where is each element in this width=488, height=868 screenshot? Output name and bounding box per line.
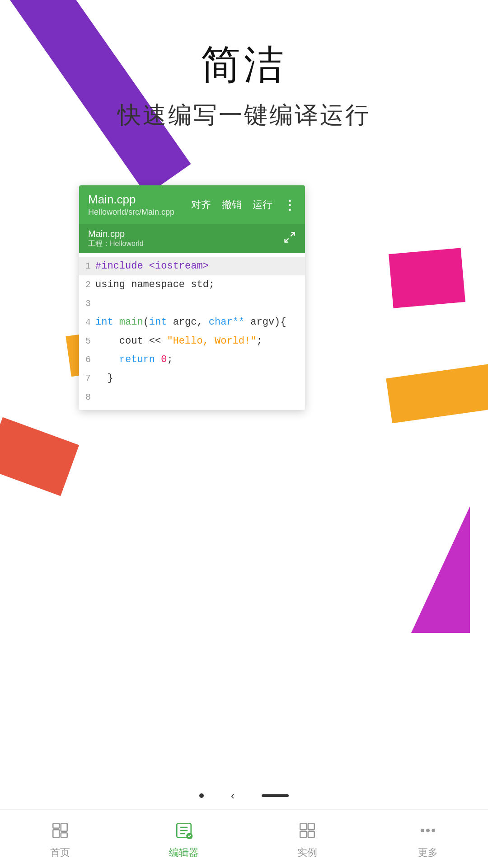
deco-pink-rect <box>389 248 465 308</box>
code-line-4: 4 int main(int argc, char** argv){ <box>79 313 305 331</box>
sys-dot <box>199 793 204 798</box>
run-button[interactable]: 运行 <box>253 198 272 212</box>
code-line-3: 3 <box>79 294 305 313</box>
editor-toolbar: Main.cpp Helloworld/src/Main.cpp 对齐 撤销 运… <box>79 185 305 224</box>
editor-toolbar-actions: 对齐 撤销 运行 ⋮ <box>191 198 296 212</box>
bottom-nav: 首页 编辑器 实例 <box>0 809 488 868</box>
svg-line-1 <box>285 238 289 242</box>
nav-home-label: 首页 <box>50 846 70 859</box>
editor-filename: Main.cpp <box>88 193 191 207</box>
editor-filepath: Helloworld/src/Main.cpp <box>88 208 191 217</box>
header: 简洁 快速编写一键编译运行 <box>0 0 488 131</box>
expand-icon[interactable] <box>283 231 296 246</box>
deco-red-rect <box>0 417 79 496</box>
code-editor[interactable]: 1 #include <iostream> 2 using namespace … <box>79 253 305 410</box>
editor-tab-bar: Main.cpp 工程：Helloworld <box>79 224 305 253</box>
code-line-7: 7 } <box>79 369 305 387</box>
editor-icon <box>172 819 196 842</box>
svg-line-0 <box>291 233 294 236</box>
align-button[interactable]: 对齐 <box>191 198 211 212</box>
examples-icon <box>296 819 319 842</box>
undo-button[interactable]: 撤销 <box>222 198 242 212</box>
svg-rect-5 <box>61 833 67 838</box>
deco-magenta-triangle <box>411 506 470 633</box>
code-line-2: 2 using namespace std; <box>79 275 305 294</box>
svg-point-12 <box>421 829 423 831</box>
code-line-5: 5 cout << "Hello, World!"; <box>79 332 305 350</box>
nav-examples-label: 实例 <box>297 846 317 859</box>
tab-filename: Main.cpp <box>88 229 144 239</box>
svg-rect-4 <box>61 823 67 831</box>
page-title: 简洁 <box>0 41 488 89</box>
code-line-1: 1 #include <iostream> <box>79 257 305 275</box>
nav-editor-label: 编辑器 <box>169 846 199 859</box>
tab-project: 工程：Helloworld <box>88 239 144 249</box>
svg-rect-8 <box>300 823 307 830</box>
system-nav: ‹ <box>0 782 488 809</box>
svg-rect-9 <box>308 823 314 830</box>
editor-file-info: Main.cpp Helloworld/src/Main.cpp <box>88 193 191 217</box>
svg-rect-11 <box>308 831 314 837</box>
svg-point-13 <box>427 829 429 831</box>
more-menu-button[interactable]: ⋮ <box>283 198 296 212</box>
svg-rect-2 <box>53 823 60 828</box>
sys-home-button[interactable] <box>262 794 289 797</box>
home-icon <box>48 819 72 842</box>
nav-more-label: 更多 <box>418 846 438 859</box>
svg-point-14 <box>432 829 434 831</box>
page-subtitle: 快速编写一键编译运行 <box>0 99 488 131</box>
code-line-6: 6 return 0; <box>79 350 305 369</box>
nav-more[interactable]: 更多 <box>416 819 440 859</box>
svg-rect-3 <box>53 830 60 838</box>
nav-editor[interactable]: 编辑器 <box>169 819 199 859</box>
editor-card: Main.cpp Helloworld/src/Main.cpp 对齐 撤销 运… <box>79 185 305 410</box>
nav-examples[interactable]: 实例 <box>296 819 319 859</box>
tab-info: Main.cpp 工程：Helloworld <box>88 229 144 249</box>
sys-back-button[interactable]: ‹ <box>231 789 235 802</box>
nav-home[interactable]: 首页 <box>48 819 72 859</box>
svg-rect-10 <box>300 831 307 837</box>
deco-orange-rect-right <box>386 363 488 423</box>
code-line-8: 8 <box>79 388 305 406</box>
more-icon <box>416 819 440 842</box>
